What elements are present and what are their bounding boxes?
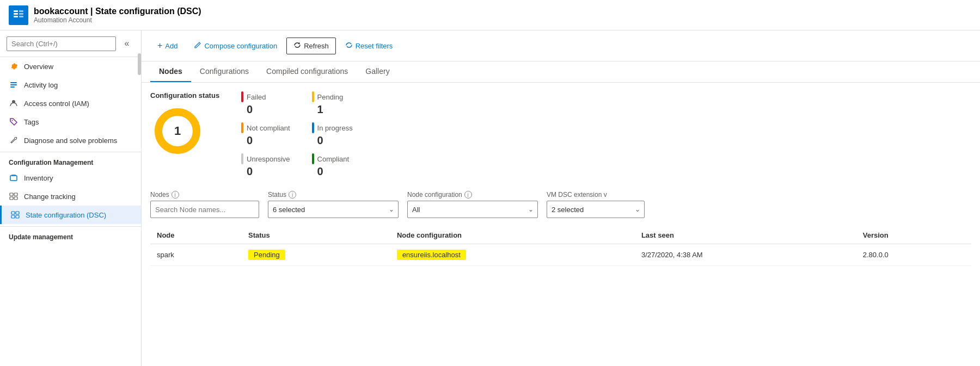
- sidebar-item-diagnose-label: Diagnose and solve problems: [24, 137, 117, 145]
- sidebar-search-area: «: [0, 30, 141, 57]
- sidebar-item-tags[interactable]: Tags: [0, 113, 141, 131]
- change-tracking-icon: [9, 191, 19, 201]
- table-header-row: Node Status Node configuration Last seen…: [150, 227, 971, 244]
- sidebar-item-inventory-label: Inventory: [24, 174, 53, 182]
- vm-dsc-select[interactable]: 2 selected: [547, 201, 645, 218]
- sidebar-item-overview[interactable]: Overview: [0, 57, 141, 76]
- sidebar-item-state-config[interactable]: State configuration (DSC): [0, 206, 141, 224]
- col-status: Status: [242, 227, 390, 244]
- node-config-info-icon[interactable]: i: [464, 191, 472, 198]
- filters-row: Nodes i Status i 6 selected ⌄: [150, 191, 971, 218]
- svg-rect-16: [11, 212, 15, 214]
- chart-area: Configuration status 1: [150, 91, 219, 158]
- compose-config-button[interactable]: Compose configuration: [187, 38, 284, 54]
- sidebar-item-change-tracking-label: Change tracking: [24, 193, 76, 201]
- table-row[interactable]: spark Pending ensureiis.localhost 3/27/2…: [150, 244, 971, 266]
- svg-rect-15: [14, 197, 17, 200]
- person-icon: [9, 98, 19, 108]
- search-input[interactable]: [7, 36, 116, 51]
- refresh-button[interactable]: Refresh: [286, 38, 336, 54]
- nodes-info-icon[interactable]: i: [171, 191, 179, 198]
- failed-count: 0: [247, 103, 290, 116]
- pending-label: Pending: [317, 93, 344, 101]
- svg-rect-2: [14, 16, 18, 17]
- cell-status: Pending: [242, 244, 390, 266]
- compliant-count: 0: [317, 165, 361, 178]
- app-icon: [9, 5, 28, 25]
- page-title: bookaccount | State configuration (DSC): [34, 7, 201, 16]
- svg-rect-11: [10, 176, 17, 181]
- data-table: Node Status Node configuration Last seen…: [150, 227, 971, 266]
- status-info-icon[interactable]: i: [289, 191, 296, 198]
- tabs-bar: Nodes Configurations Compiled configurat…: [142, 61, 980, 83]
- activity-log-icon: [9, 80, 19, 90]
- node-search-input[interactable]: [150, 201, 259, 218]
- wrench-icon: [9, 135, 19, 145]
- main-layout: « Overview Activity log Access control (…: [0, 30, 980, 366]
- refresh-icon: [293, 41, 301, 51]
- status-grid: Failed 0 Pending 1: [241, 91, 360, 178]
- svg-rect-4: [19, 13, 23, 15]
- svg-rect-12: [10, 193, 13, 196]
- unresponsive-count: 0: [247, 165, 290, 178]
- tab-nodes[interactable]: Nodes: [150, 61, 191, 82]
- tab-gallery[interactable]: Gallery: [357, 61, 398, 82]
- not-compliant-count: 0: [247, 134, 290, 147]
- cell-last-seen: 3/27/2020, 4:38 AM: [635, 244, 856, 266]
- in-progress-bar: [312, 122, 314, 133]
- sidebar-item-activity-log[interactable]: Activity log: [0, 76, 141, 94]
- not-compliant-bar: [241, 122, 243, 133]
- filter-node-config: Node configuration i All ⌄: [407, 191, 538, 218]
- svg-rect-14: [10, 197, 13, 200]
- status-item-failed: Failed 0: [241, 91, 290, 116]
- sidebar-item-access-control-label: Access control (IAM): [24, 100, 89, 108]
- sidebar-item-change-tracking[interactable]: Change tracking: [0, 187, 141, 206]
- status-item-in-progress: In progress 0: [312, 122, 361, 147]
- filter-vm-dsc: VM DSC extension v 2 selected ⌄: [547, 191, 645, 218]
- sidebar-divider-2: [0, 226, 141, 227]
- dsc-icon: [10, 210, 20, 220]
- svg-rect-17: [16, 212, 19, 214]
- sidebar-item-access-control[interactable]: Access control (IAM): [0, 94, 141, 113]
- in-progress-count: 0: [317, 134, 361, 147]
- failed-bar: [241, 91, 243, 102]
- svg-rect-0: [14, 10, 18, 12]
- compliant-label: Compliant: [317, 155, 350, 163]
- tag-icon: [9, 117, 19, 127]
- inventory-icon: [9, 173, 19, 183]
- vm-dsc-filter-label: VM DSC extension v: [547, 191, 607, 198]
- content-body: Configuration status 1: [142, 83, 980, 366]
- reset-filters-button[interactable]: Reset filters: [338, 38, 400, 54]
- toolbar: + Add Compose configuration Refresh Res: [142, 30, 980, 61]
- in-progress-label: In progress: [317, 124, 353, 132]
- not-compliant-label: Not compliant: [247, 124, 290, 132]
- filter-status: Status i 6 selected ⌄: [268, 191, 399, 218]
- svg-point-10: [12, 120, 13, 121]
- collapse-button[interactable]: «: [119, 36, 134, 51]
- cell-node: spark: [150, 244, 242, 266]
- sidebar-item-activity-log-label: Activity log: [24, 81, 58, 89]
- add-button[interactable]: + Add: [150, 37, 185, 54]
- sidebar: « Overview Activity log Access control (…: [0, 30, 142, 366]
- node-config-badge: ensureiis.localhost: [397, 250, 466, 260]
- col-version: Version: [856, 227, 971, 244]
- sidebar-item-diagnose[interactable]: Diagnose and solve problems: [0, 131, 141, 150]
- cell-node-config: ensureiis.localhost: [390, 244, 635, 266]
- status-item-pending: Pending 1: [312, 91, 361, 116]
- sidebar-item-tags-label: Tags: [24, 118, 39, 126]
- sidebar-scrollbar[interactable]: [138, 53, 141, 75]
- donut-chart: 1: [150, 104, 205, 158]
- sidebar-item-inventory[interactable]: Inventory: [0, 169, 141, 187]
- svg-rect-3: [19, 10, 23, 12]
- plus-icon: +: [157, 41, 162, 51]
- status-item-compliant: Compliant 0: [312, 153, 361, 178]
- sidebar-item-overview-label: Overview: [24, 63, 53, 71]
- svg-rect-18: [11, 215, 15, 218]
- tab-configurations[interactable]: Configurations: [191, 61, 258, 82]
- nodes-filter-label: Nodes: [150, 191, 169, 198]
- status-select[interactable]: 6 selected: [268, 201, 399, 218]
- compliant-bar: [312, 153, 314, 164]
- tab-compiled-configurations[interactable]: Compiled configurations: [258, 61, 357, 82]
- status-badge: Pending: [248, 250, 285, 260]
- node-config-select[interactable]: All: [407, 201, 538, 218]
